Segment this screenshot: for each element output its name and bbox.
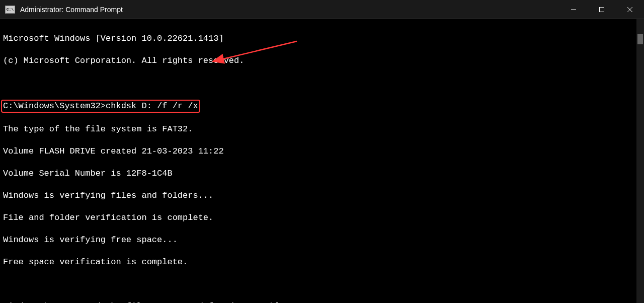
output-line: Microsoft Windows [Version 10.0.22621.14… bbox=[3, 33, 641, 44]
output-line: Windows has scanned the file system and … bbox=[3, 301, 641, 303]
blank-line bbox=[3, 78, 641, 89]
window-titlebar: C:\ Administrator: Command Prompt bbox=[0, 0, 644, 19]
command-text: chkdsk D: /f /r /x bbox=[106, 101, 198, 111]
output-line: Volume Serial Number is 12F8-1C4B bbox=[3, 168, 641, 179]
output-line: (c) Microsoft Corporation. All rights re… bbox=[3, 55, 641, 66]
output-line: Windows is verifying files and folders..… bbox=[3, 190, 641, 201]
cmd-icon-label: C:\ bbox=[7, 7, 14, 12]
scrollbar-track[interactable] bbox=[636, 19, 644, 303]
prompt-path: C:\Windows\System32> bbox=[3, 101, 106, 111]
window-title: Administrator: Command Prompt bbox=[20, 6, 559, 14]
command-line: C:\Windows\System32>chkdsk D: /f /r /x bbox=[3, 100, 641, 113]
close-button[interactable] bbox=[616, 0, 644, 19]
output-line: File and folder verification is complete… bbox=[3, 212, 641, 223]
svg-rect-1 bbox=[600, 8, 604, 12]
window-controls bbox=[559, 0, 644, 19]
terminal-output[interactable]: Microsoft Windows [Version 10.0.22621.14… bbox=[0, 19, 644, 303]
output-line: Free space verification is complete. bbox=[3, 257, 641, 268]
scrollbar-thumb[interactable] bbox=[637, 34, 643, 44]
minimize-button[interactable] bbox=[559, 0, 588, 19]
blank-line bbox=[3, 279, 641, 290]
output-line: Windows is verifying free space... bbox=[3, 235, 641, 246]
output-line: The type of the file system is FAT32. bbox=[3, 124, 641, 135]
cmd-icon: C:\ bbox=[5, 6, 15, 14]
output-line: Volume FLASH DRIVE created 21-03-2023 11… bbox=[3, 146, 641, 157]
maximize-button[interactable] bbox=[588, 0, 616, 19]
highlighted-command-box: C:\Windows\System32>chkdsk D: /f /r /x bbox=[1, 100, 200, 113]
